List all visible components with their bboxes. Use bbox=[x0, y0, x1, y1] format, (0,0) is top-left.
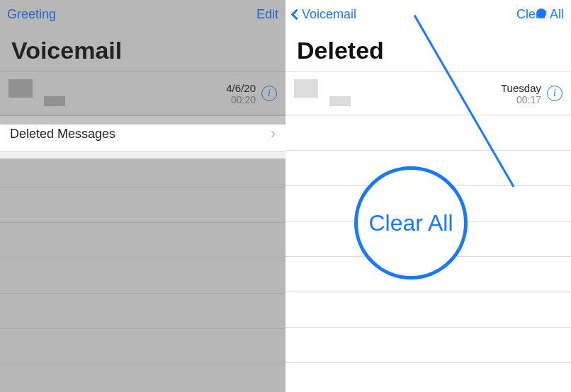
chevron-left-icon bbox=[291, 8, 303, 20]
voicemail-screen: Greeting Edit Voicemail 4/6/20 00:20 i D… bbox=[0, 0, 286, 392]
list-item bbox=[0, 258, 286, 294]
navbar: Greeting Edit bbox=[0, 0, 286, 28]
list-item bbox=[286, 115, 571, 151]
list-item bbox=[0, 294, 286, 329]
info-icon[interactable]: i bbox=[261, 86, 277, 101]
back-label: Voicemail bbox=[302, 7, 356, 22]
deleted-messages-row[interactable]: Deleted Messages › bbox=[0, 115, 286, 152]
callout-dot-icon bbox=[536, 8, 546, 18]
page-title: Deleted bbox=[286, 28, 571, 71]
callout-circle: Clear All bbox=[354, 166, 468, 279]
callout-label: Clear All bbox=[368, 210, 453, 236]
thumbnail-icon bbox=[44, 96, 65, 106]
contact-thumbnails bbox=[294, 79, 351, 108]
empty-list-area bbox=[0, 152, 286, 392]
thumbnail-icon bbox=[294, 79, 318, 98]
list-item bbox=[286, 328, 571, 363]
voicemail-item[interactable]: 4/6/20 00:20 i bbox=[0, 71, 286, 115]
thumbnail-icon bbox=[9, 79, 33, 98]
list-item bbox=[0, 188, 286, 223]
info-icon[interactable]: i bbox=[547, 86, 562, 101]
page-title: Voicemail bbox=[0, 28, 286, 71]
greeting-button[interactable]: Greeting bbox=[7, 7, 56, 22]
thumbnail-icon bbox=[329, 96, 351, 106]
list-item bbox=[0, 223, 286, 258]
voicemail-duration: 00:20 bbox=[226, 94, 256, 105]
list-item bbox=[0, 329, 286, 364]
deleted-messages-label: Deleted Messages bbox=[10, 127, 115, 142]
voicemail-date: Tuesday bbox=[501, 82, 541, 94]
edit-button[interactable]: Edit bbox=[256, 7, 278, 22]
contact-thumbnails bbox=[9, 79, 65, 108]
list-item bbox=[286, 292, 571, 328]
voicemail-duration: 00:17 bbox=[501, 94, 541, 105]
list-item bbox=[0, 152, 286, 188]
navbar: Voicemail Clear All bbox=[286, 0, 571, 28]
voicemail-meta: Tuesday 00:17 i bbox=[501, 82, 562, 105]
voicemail-meta: 4/6/20 00:20 i bbox=[226, 82, 277, 105]
voicemail-date: 4/6/20 bbox=[226, 82, 256, 94]
chevron-right-icon: › bbox=[271, 125, 276, 143]
deleted-voicemail-item[interactable]: Tuesday 00:17 i bbox=[286, 71, 571, 115]
list-item bbox=[0, 364, 286, 392]
back-button[interactable]: Voicemail bbox=[293, 7, 356, 22]
